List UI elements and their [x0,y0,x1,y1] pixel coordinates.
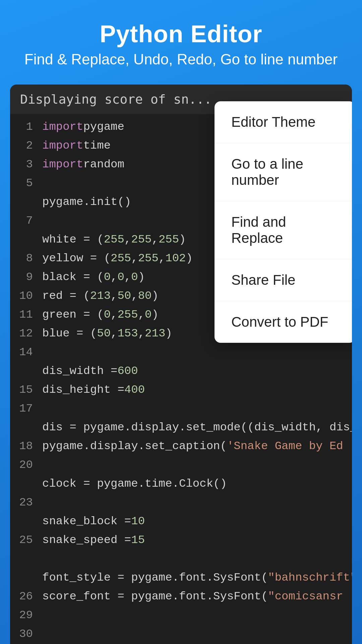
code-line: font_style = pygame.font.SysFont("bahnsc… [42,568,347,587]
line-number: 30 [14,625,33,643]
line-number: 14 [14,343,33,362]
dropdown-item-goto-line[interactable]: Go to a line number [215,143,352,201]
dropdown-item-share-file[interactable]: Share File [215,259,352,301]
header: Python Editor Find & Replace, Undo, Redo… [0,0,362,78]
code-line: pygame.display.set_caption('Snake Game b… [42,437,347,455]
line-number: 2 [14,136,33,155]
line-number: 25 [14,531,33,549]
line-number: 10 [14,286,33,305]
line-number [14,549,33,568]
code-line [42,343,347,362]
editor-container: Displaying score of sn... 12357891011121… [10,85,352,644]
line-number: 23 [14,493,33,512]
app-title: Python Editor [13,20,349,48]
code-line [42,493,347,512]
code-line: dis_height = 400 [42,380,347,399]
line-number: 12 [14,324,33,343]
dropdown-item-editor-theme[interactable]: Editor Theme [215,101,352,143]
line-number: 8 [14,249,33,268]
code-line: snake_block = 10 [42,512,347,531]
code-line [42,625,347,643]
line-number [14,230,33,249]
code-line [42,549,347,568]
code-line: dis_width = 600 [42,362,347,380]
dropdown-item-convert-pdf[interactable]: Convert to PDF [215,301,352,343]
line-number: 1 [14,117,33,136]
app-subtitle: Find & Replace, Undo, Redo, Go to line n… [13,51,349,68]
line-number [14,512,33,531]
line-number [14,474,33,493]
line-number: 11 [14,305,33,324]
line-number: 29 [14,606,33,625]
code-line: clock = pygame.time.Clock() [42,474,347,493]
line-number: 5 [14,174,33,193]
line-number: 15 [14,380,33,399]
code-line: dis = pygame.display.set_mode((dis_width… [42,418,347,437]
code-line: score_font = pygame.font.SysFont("comics… [42,587,347,606]
line-number: 7 [14,211,33,230]
line-number [14,418,33,437]
line-number: 9 [14,268,33,286]
line-number [14,362,33,380]
line-number: 20 [14,455,33,474]
dropdown-item-find-replace[interactable]: Find and Replace [215,201,352,259]
line-number [14,568,33,587]
line-number: 3 [14,155,33,174]
code-line [42,455,347,474]
line-number: 26 [14,587,33,606]
code-line: snake_speed = 15 [42,531,347,549]
code-line [42,606,347,625]
code-line [42,399,347,418]
line-numbers: 1235789101112141517182023252629303335 [10,117,37,644]
line-number [14,193,33,211]
dropdown-menu: Editor ThemeGo to a line numberFind and … [215,101,352,343]
line-number: 18 [14,437,33,455]
line-number: 17 [14,399,33,418]
